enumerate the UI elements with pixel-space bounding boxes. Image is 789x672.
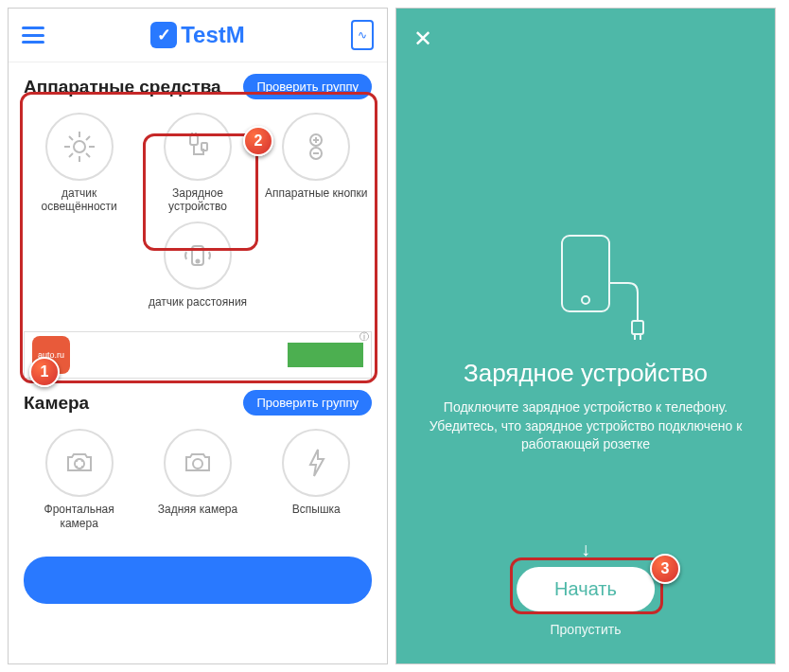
- flash-icon: [299, 446, 333, 480]
- brightness-icon: [62, 130, 96, 164]
- main-screen: ✓ TestM ∿ Аппаратные средства Проверить …: [8, 8, 388, 664]
- ad-banner[interactable]: auto.ru ⓘ: [24, 331, 372, 379]
- ad-cta-button[interactable]: [288, 343, 363, 367]
- rear-camera-icon: [181, 446, 215, 480]
- close-icon[interactable]: ✕: [413, 26, 432, 52]
- ad-info-icon[interactable]: ⓘ: [359, 330, 369, 344]
- instruction-desc: Подключите зарядное устройство к телефон…: [396, 398, 775, 454]
- svg-rect-24: [632, 321, 643, 334]
- start-button[interactable]: Начать: [517, 567, 655, 611]
- header: ✓ TestM ∿: [9, 9, 387, 62]
- test-hardware-buttons[interactable]: Аппаратные кнопки: [264, 113, 368, 214]
- svg-rect-9: [190, 135, 198, 145]
- app-logo: ✓ TestM: [150, 22, 245, 48]
- svg-rect-22: [562, 236, 609, 311]
- test-label: датчик расстояния: [149, 295, 247, 309]
- check-group-button[interactable]: Проверить группу: [243, 390, 372, 416]
- svg-point-19: [197, 259, 200, 262]
- check-group-button[interactable]: Проверить группу: [243, 74, 372, 99]
- svg-point-23: [582, 296, 589, 304]
- logo-shield-icon: ✓: [150, 22, 177, 48]
- svg-line-6: [86, 153, 90, 157]
- front-camera-icon: [62, 446, 96, 480]
- test-flash[interactable]: Вспышка: [264, 429, 368, 530]
- test-charger[interactable]: Зарядное устройство: [146, 113, 250, 214]
- instruction-title: Зарядное устройство: [396, 359, 775, 388]
- svg-line-7: [69, 153, 73, 157]
- charger-test-screen: ✕ Зарядное устройство Подключите зарядно…: [395, 8, 776, 664]
- proximity-icon: [181, 239, 215, 273]
- camera-section: Камера Проверить группу Фронтальная каме…: [9, 379, 387, 541]
- test-label: Вспышка: [292, 503, 341, 516]
- hardware-title: Аппаратные средства: [24, 77, 221, 97]
- arrow-down-icon: ↓: [581, 539, 590, 560]
- callout-3: 3: [650, 554, 680, 584]
- charger-illustration-icon: [524, 226, 647, 344]
- svg-line-8: [86, 136, 90, 140]
- bottom-cta-button[interactable]: [24, 557, 372, 604]
- camera-title: Камера: [24, 393, 89, 414]
- callout-1: 1: [29, 357, 60, 387]
- app-name: TestM: [181, 22, 245, 48]
- test-label: Зарядное устройство: [146, 186, 250, 214]
- test-label: Фронтальная камера: [27, 503, 132, 530]
- hardware-section: Аппаратные средства Проверить группу дат…: [9, 62, 387, 320]
- svg-point-0: [74, 141, 85, 152]
- test-rear-camera[interactable]: Задняя камера: [146, 429, 250, 530]
- svg-point-21: [193, 459, 202, 469]
- test-light-sensor[interactable]: датчик освещённости: [27, 113, 132, 214]
- device-status-icon[interactable]: ∿: [351, 20, 374, 50]
- test-label: Задняя камера: [158, 503, 237, 516]
- skip-link[interactable]: Пропустить: [396, 622, 775, 637]
- test-proximity-sensor[interactable]: датчик расстояния: [146, 221, 250, 309]
- charger-icon: [181, 130, 215, 164]
- buttons-icon: [299, 130, 333, 164]
- callout-2: 2: [243, 126, 273, 156]
- test-label: Аппаратные кнопки: [265, 186, 368, 200]
- menu-icon[interactable]: [22, 27, 44, 44]
- svg-line-5: [69, 136, 73, 140]
- test-front-camera[interactable]: Фронтальная камера: [27, 429, 132, 530]
- test-label: датчик освещённости: [27, 186, 132, 214]
